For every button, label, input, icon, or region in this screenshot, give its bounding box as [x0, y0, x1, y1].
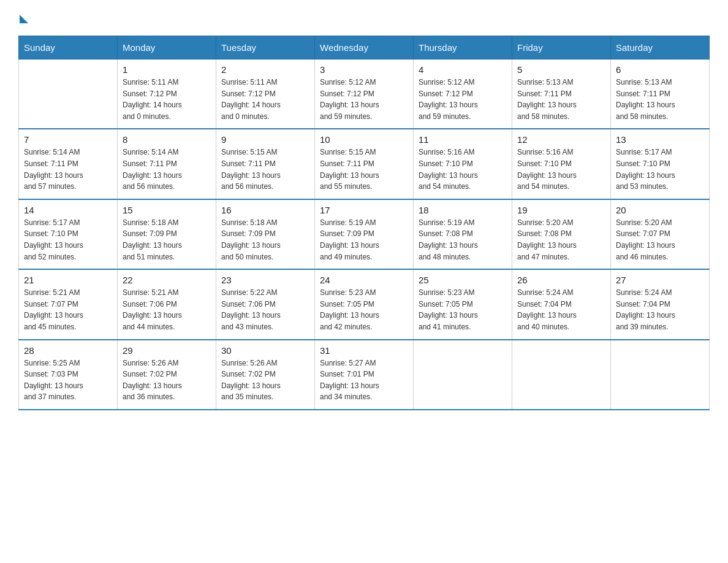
calendar-header-row: SundayMondayTuesdayWednesdayThursdayFrid… — [19, 36, 710, 59]
day-info: Sunrise: 5:18 AM Sunset: 7:09 PM Dayligh… — [221, 217, 309, 262]
day-number: 27 — [616, 275, 704, 285]
day-number: 21 — [24, 275, 112, 285]
day-number: 1 — [123, 64, 211, 75]
day-info: Sunrise: 5:11 AM Sunset: 7:12 PM Dayligh… — [221, 77, 309, 122]
col-header-sunday: Sunday — [19, 36, 118, 59]
day-number: 23 — [221, 275, 309, 285]
day-info: Sunrise: 5:20 AM Sunset: 7:07 PM Dayligh… — [616, 217, 704, 262]
col-header-saturday: Saturday — [611, 36, 710, 59]
week-row-4: 21Sunrise: 5:21 AM Sunset: 7:07 PM Dayli… — [19, 269, 710, 339]
day-info: Sunrise: 5:26 AM Sunset: 7:02 PM Dayligh… — [123, 358, 211, 403]
day-number: 5 — [517, 64, 605, 75]
logo-arrow-icon — [20, 15, 28, 23]
day-cell: 7Sunrise: 5:14 AM Sunset: 7:11 PM Daylig… — [19, 129, 118, 199]
day-info: Sunrise: 5:22 AM Sunset: 7:06 PM Dayligh… — [221, 287, 309, 332]
day-cell: 19Sunrise: 5:20 AM Sunset: 7:08 PM Dayli… — [512, 199, 611, 269]
day-cell: 2Sunrise: 5:11 AM Sunset: 7:12 PM Daylig… — [216, 59, 315, 129]
day-number: 18 — [419, 205, 507, 215]
day-info: Sunrise: 5:12 AM Sunset: 7:12 PM Dayligh… — [419, 77, 507, 122]
day-cell: 3Sunrise: 5:12 AM Sunset: 7:12 PM Daylig… — [315, 59, 414, 129]
week-row-1: 1Sunrise: 5:11 AM Sunset: 7:12 PM Daylig… — [19, 59, 710, 129]
day-cell: 16Sunrise: 5:18 AM Sunset: 7:09 PM Dayli… — [216, 199, 315, 269]
day-cell: 13Sunrise: 5:17 AM Sunset: 7:10 PM Dayli… — [611, 129, 710, 199]
day-number: 7 — [24, 134, 112, 145]
day-number: 29 — [123, 345, 211, 356]
day-cell: 23Sunrise: 5:22 AM Sunset: 7:06 PM Dayli… — [216, 269, 315, 339]
col-header-thursday: Thursday — [414, 36, 512, 59]
col-header-friday: Friday — [512, 36, 611, 59]
day-info: Sunrise: 5:26 AM Sunset: 7:02 PM Dayligh… — [221, 358, 309, 403]
day-info: Sunrise: 5:21 AM Sunset: 7:07 PM Dayligh… — [24, 287, 112, 332]
day-cell: 29Sunrise: 5:26 AM Sunset: 7:02 PM Dayli… — [118, 340, 216, 410]
logo — [18, 12, 28, 23]
col-header-wednesday: Wednesday — [315, 36, 414, 59]
day-cell — [19, 59, 118, 129]
day-number: 14 — [24, 205, 112, 215]
day-number: 16 — [221, 205, 309, 215]
day-info: Sunrise: 5:11 AM Sunset: 7:12 PM Dayligh… — [123, 77, 211, 122]
day-cell: 25Sunrise: 5:23 AM Sunset: 7:05 PM Dayli… — [414, 269, 512, 339]
day-cell: 6Sunrise: 5:13 AM Sunset: 7:11 PM Daylig… — [611, 59, 710, 129]
day-info: Sunrise: 5:15 AM Sunset: 7:11 PM Dayligh… — [221, 147, 309, 192]
page-header — [18, 12, 710, 23]
day-cell — [414, 340, 512, 410]
day-info: Sunrise: 5:13 AM Sunset: 7:11 PM Dayligh… — [517, 77, 605, 122]
day-number: 6 — [616, 64, 704, 75]
day-number: 26 — [517, 275, 605, 285]
day-info: Sunrise: 5:13 AM Sunset: 7:11 PM Dayligh… — [616, 77, 704, 122]
day-number: 30 — [221, 345, 309, 356]
col-header-monday: Monday — [118, 36, 216, 59]
day-cell: 22Sunrise: 5:21 AM Sunset: 7:06 PM Dayli… — [118, 269, 216, 339]
day-number: 10 — [320, 134, 408, 145]
day-cell: 10Sunrise: 5:15 AM Sunset: 7:11 PM Dayli… — [315, 129, 414, 199]
day-info: Sunrise: 5:18 AM Sunset: 7:09 PM Dayligh… — [123, 217, 211, 262]
day-number: 20 — [616, 205, 704, 215]
day-cell: 9Sunrise: 5:15 AM Sunset: 7:11 PM Daylig… — [216, 129, 315, 199]
day-cell: 26Sunrise: 5:24 AM Sunset: 7:04 PM Dayli… — [512, 269, 611, 339]
col-header-tuesday: Tuesday — [216, 36, 315, 59]
day-number: 22 — [123, 275, 211, 285]
day-info: Sunrise: 5:25 AM Sunset: 7:03 PM Dayligh… — [24, 358, 112, 403]
day-cell: 31Sunrise: 5:27 AM Sunset: 7:01 PM Dayli… — [315, 340, 414, 410]
day-cell: 30Sunrise: 5:26 AM Sunset: 7:02 PM Dayli… — [216, 340, 315, 410]
day-info: Sunrise: 5:24 AM Sunset: 7:04 PM Dayligh… — [616, 287, 704, 332]
day-info: Sunrise: 5:23 AM Sunset: 7:05 PM Dayligh… — [419, 287, 507, 332]
day-info: Sunrise: 5:20 AM Sunset: 7:08 PM Dayligh… — [517, 217, 605, 262]
day-number: 24 — [320, 275, 408, 285]
day-cell: 27Sunrise: 5:24 AM Sunset: 7:04 PM Dayli… — [611, 269, 710, 339]
day-info: Sunrise: 5:14 AM Sunset: 7:11 PM Dayligh… — [24, 147, 112, 192]
day-cell: 4Sunrise: 5:12 AM Sunset: 7:12 PM Daylig… — [414, 59, 512, 129]
day-info: Sunrise: 5:21 AM Sunset: 7:06 PM Dayligh… — [123, 287, 211, 332]
day-cell: 18Sunrise: 5:19 AM Sunset: 7:08 PM Dayli… — [414, 199, 512, 269]
day-info: Sunrise: 5:19 AM Sunset: 7:09 PM Dayligh… — [320, 217, 408, 262]
day-number: 25 — [419, 275, 507, 285]
day-cell: 5Sunrise: 5:13 AM Sunset: 7:11 PM Daylig… — [512, 59, 611, 129]
day-info: Sunrise: 5:19 AM Sunset: 7:08 PM Dayligh… — [419, 217, 507, 262]
day-info: Sunrise: 5:17 AM Sunset: 7:10 PM Dayligh… — [24, 217, 112, 262]
week-row-5: 28Sunrise: 5:25 AM Sunset: 7:03 PM Dayli… — [19, 340, 710, 410]
day-number: 28 — [24, 345, 112, 356]
day-cell — [611, 340, 710, 410]
day-info: Sunrise: 5:27 AM Sunset: 7:01 PM Dayligh… — [320, 358, 408, 403]
week-row-3: 14Sunrise: 5:17 AM Sunset: 7:10 PM Dayli… — [19, 199, 710, 269]
day-cell: 15Sunrise: 5:18 AM Sunset: 7:09 PM Dayli… — [118, 199, 216, 269]
day-number: 15 — [123, 205, 211, 215]
day-number: 12 — [517, 134, 605, 145]
day-cell: 11Sunrise: 5:16 AM Sunset: 7:10 PM Dayli… — [414, 129, 512, 199]
day-info: Sunrise: 5:17 AM Sunset: 7:10 PM Dayligh… — [616, 147, 704, 192]
day-number: 2 — [221, 64, 309, 75]
day-cell: 8Sunrise: 5:14 AM Sunset: 7:11 PM Daylig… — [118, 129, 216, 199]
day-cell: 12Sunrise: 5:16 AM Sunset: 7:10 PM Dayli… — [512, 129, 611, 199]
day-number: 3 — [320, 64, 408, 75]
day-number: 31 — [320, 345, 408, 356]
day-number: 11 — [419, 134, 507, 145]
day-cell: 17Sunrise: 5:19 AM Sunset: 7:09 PM Dayli… — [315, 199, 414, 269]
day-info: Sunrise: 5:15 AM Sunset: 7:11 PM Dayligh… — [320, 147, 408, 192]
day-cell: 21Sunrise: 5:21 AM Sunset: 7:07 PM Dayli… — [19, 269, 118, 339]
day-cell: 1Sunrise: 5:11 AM Sunset: 7:12 PM Daylig… — [118, 59, 216, 129]
day-number: 13 — [616, 134, 704, 145]
day-cell — [512, 340, 611, 410]
day-info: Sunrise: 5:24 AM Sunset: 7:04 PM Dayligh… — [517, 287, 605, 332]
day-info: Sunrise: 5:16 AM Sunset: 7:10 PM Dayligh… — [419, 147, 507, 192]
day-cell: 28Sunrise: 5:25 AM Sunset: 7:03 PM Dayli… — [19, 340, 118, 410]
